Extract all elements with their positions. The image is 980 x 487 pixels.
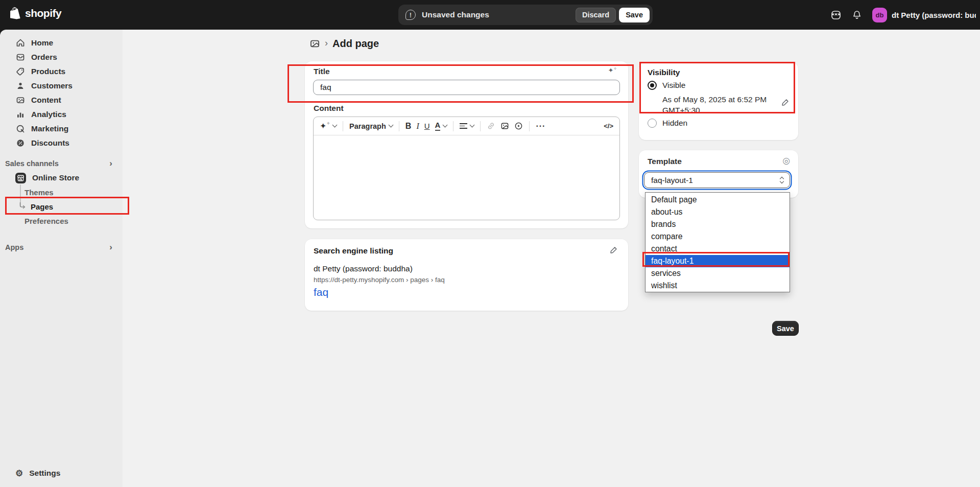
sidebar-item-analytics[interactable]: Analytics bbox=[0, 107, 123, 122]
tag-icon bbox=[15, 67, 25, 77]
sales-channels-label: Sales channels bbox=[5, 159, 59, 168]
radio-unselected-icon[interactable] bbox=[648, 119, 657, 128]
visible-label: Visible bbox=[662, 81, 685, 90]
visible-note-line2: GMT+5:30 bbox=[662, 105, 774, 115]
sales-channels-header[interactable]: Sales channels › bbox=[0, 156, 123, 171]
radio-selected-icon[interactable] bbox=[648, 81, 657, 90]
code-view-button[interactable]: </> bbox=[604, 122, 613, 130]
account-menu[interactable]: db dt Petty (password: budd... bbox=[872, 8, 976, 22]
sidebar-item-products[interactable]: Products bbox=[0, 64, 123, 79]
dropdown-option-compare[interactable]: compare bbox=[646, 230, 790, 243]
online-store-label: Online Store bbox=[32, 173, 79, 182]
content-label: Content bbox=[314, 104, 344, 113]
apps-header[interactable]: Apps › bbox=[0, 240, 123, 254]
save-button-top[interactable]: Save bbox=[619, 8, 650, 22]
breadcrumb-separator: › bbox=[325, 38, 328, 49]
dropdown-option-faq-layout-1[interactable]: faq-layout-1 bbox=[646, 255, 790, 267]
person-icon bbox=[15, 81, 25, 91]
sidebar-item-online-store[interactable]: Online Store bbox=[0, 171, 123, 185]
apps-label: Apps bbox=[5, 243, 23, 251]
sidebar-item-label: Analytics bbox=[31, 110, 66, 119]
dropdown-option-about-us[interactable]: about-us bbox=[646, 206, 790, 218]
alignment-button[interactable] bbox=[460, 122, 474, 130]
sidebar: Home Orders Products Customers bbox=[0, 30, 123, 487]
dropdown-option-wishlist[interactable]: wishlist bbox=[646, 280, 790, 292]
elbow-arrow-icon bbox=[18, 202, 27, 210]
chevron-right-icon: › bbox=[109, 242, 112, 252]
dropdown-option-contact[interactable]: contact bbox=[646, 243, 790, 255]
hidden-radio-row[interactable]: Hidden bbox=[648, 119, 687, 128]
paragraph-style-dropdown[interactable]: Paragraph bbox=[349, 122, 393, 130]
sidebar-item-customers[interactable]: Customers bbox=[0, 79, 123, 93]
select-updown-icon bbox=[780, 177, 783, 183]
gear-icon: ⚙ bbox=[15, 469, 23, 478]
chevron-down-icon bbox=[470, 123, 475, 128]
visible-note: As of May 8, 2025 at 6:52 PM GMT+5:30 bbox=[662, 94, 774, 115]
toolbar-divider bbox=[480, 121, 481, 131]
edit-pencil-icon[interactable] bbox=[609, 246, 618, 254]
title-label: Title bbox=[314, 67, 330, 76]
view-eye-icon[interactable]: ◎ bbox=[782, 155, 790, 166]
shopify-logo[interactable]: shopify bbox=[10, 7, 61, 19]
template-select[interactable]: faq-layout-1 bbox=[644, 172, 790, 188]
avatar: db bbox=[872, 8, 887, 22]
bold-button[interactable]: B bbox=[405, 122, 412, 131]
insert-link-button[interactable] bbox=[487, 122, 495, 130]
pages-label: Pages bbox=[31, 202, 53, 211]
account-name: dt Petty (password: budd... bbox=[892, 11, 976, 19]
dropdown-option-services[interactable]: services bbox=[646, 267, 790, 280]
sidebar-item-preferences[interactable]: Preferences bbox=[0, 214, 123, 228]
sidekick-assistant-icon[interactable] bbox=[830, 9, 842, 20]
sidebar-item-settings[interactable]: ⚙ Settings bbox=[0, 466, 123, 481]
discard-button[interactable]: Discard bbox=[576, 8, 616, 22]
text-color-label: A bbox=[435, 121, 441, 131]
sidebar-item-orders[interactable]: Orders bbox=[0, 50, 123, 64]
template-dropdown-list: Default page about-us brands compare con… bbox=[645, 192, 790, 292]
chevron-right-icon: › bbox=[109, 158, 112, 169]
dropdown-option-brands[interactable]: brands bbox=[646, 218, 790, 230]
insert-image-button[interactable] bbox=[500, 122, 509, 130]
themes-label: Themes bbox=[25, 188, 54, 197]
sidebar-item-content[interactable]: Content bbox=[0, 93, 123, 107]
sidebar-item-label: Products bbox=[31, 67, 65, 76]
sidebar-item-themes[interactable]: Themes bbox=[0, 185, 123, 199]
notifications-bell-icon[interactable] bbox=[852, 10, 862, 20]
underline-button[interactable]: U bbox=[424, 122, 430, 130]
home-icon bbox=[15, 38, 25, 48]
sidebar-item-label: Discounts bbox=[31, 138, 69, 148]
dropdown-option-default-page[interactable]: Default page bbox=[646, 194, 790, 206]
hidden-label: Hidden bbox=[662, 119, 687, 128]
chevron-down-icon bbox=[332, 123, 338, 128]
toolbar-divider bbox=[399, 121, 399, 131]
edit-pencil-icon[interactable] bbox=[781, 98, 790, 107]
settings-label: Settings bbox=[29, 469, 60, 478]
template-heading: Template bbox=[648, 157, 682, 166]
editor-body[interactable] bbox=[314, 135, 619, 220]
sidebar-item-label: Home bbox=[31, 38, 53, 48]
brand-wordmark: shopify bbox=[25, 7, 61, 19]
seo-page-title-link[interactable]: faq bbox=[314, 286, 328, 298]
pages-breadcrumb-icon[interactable] bbox=[309, 38, 320, 49]
template-selected-value: faq-layout-1 bbox=[651, 176, 693, 185]
magic-sparkle-icon[interactable]: ✦✧ bbox=[608, 66, 617, 74]
page-title: Add page bbox=[332, 38, 379, 50]
sidebar-item-marketing[interactable]: Marketing bbox=[0, 122, 123, 136]
page-details-card: Title ✦✧ Content ✦✧ Paragraph B bbox=[305, 61, 628, 228]
sidebar-item-label: Customers bbox=[31, 81, 73, 90]
insert-video-button[interactable] bbox=[514, 122, 523, 130]
toolbar-divider bbox=[453, 121, 453, 131]
visible-radio-row[interactable]: Visible bbox=[648, 81, 685, 90]
italic-button[interactable]: I bbox=[416, 122, 419, 131]
title-input[interactable] bbox=[313, 80, 620, 95]
template-card: Template ◎ faq-layout-1 bbox=[639, 150, 798, 198]
sidebar-item-discounts[interactable]: Discounts bbox=[0, 136, 123, 150]
unsaved-changes-banner: ! Unsaved changes Discard Save bbox=[398, 5, 653, 25]
sidebar-item-home[interactable]: Home bbox=[0, 36, 123, 50]
seo-url: https://dt-petty.myshopify.com › pages ›… bbox=[314, 276, 445, 284]
text-color-button[interactable]: A bbox=[435, 121, 447, 131]
save-button-bottom[interactable]: Save bbox=[772, 321, 799, 336]
ai-magic-button[interactable]: ✦✧ bbox=[320, 121, 337, 131]
rich-text-editor: ✦✧ Paragraph B I U A bbox=[313, 117, 620, 220]
more-options-button[interactable]: ··· bbox=[536, 122, 545, 131]
topbar-right: db dt Petty (password: budd... bbox=[830, 0, 976, 30]
